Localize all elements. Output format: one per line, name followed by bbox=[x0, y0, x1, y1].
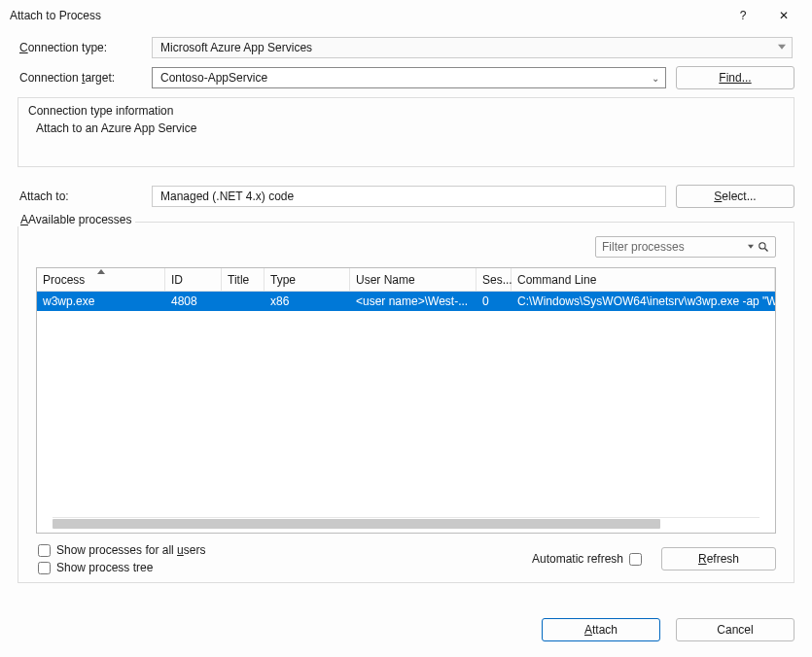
available-processes-frame: Filter processes Process ID Title Type U… bbox=[18, 222, 794, 583]
options-row: Show processes for all users Show proces… bbox=[36, 543, 776, 574]
cancel-button-label: Cancel bbox=[717, 623, 753, 637]
connection-target-row: Connection target: Contoso-AppService ⌄ … bbox=[18, 66, 794, 89]
available-processes-legend: AAvailable processes bbox=[18, 213, 135, 226]
connection-info-group: Connection type information Attach to an… bbox=[18, 97, 794, 167]
connection-target-combobox[interactable]: Contoso-AppService ⌄ bbox=[152, 67, 666, 88]
show-all-users-label: Show processes for all users bbox=[56, 543, 205, 557]
attach-to-row: Attach to: Managed (.NET 4.x) code Selec… bbox=[18, 185, 794, 208]
table-header: Process ID Title Type User Name Ses... C… bbox=[37, 268, 775, 292]
column-user-name[interactable]: User Name bbox=[350, 268, 477, 291]
select-button[interactable]: Select... bbox=[676, 185, 794, 208]
svg-point-0 bbox=[759, 243, 765, 249]
cell-process: w3wp.exe bbox=[37, 294, 165, 308]
dialog-body: Connection type: Microsoft Azure App Ser… bbox=[0, 31, 812, 605]
filter-processes-input[interactable]: Filter processes bbox=[595, 236, 776, 258]
cancel-button[interactable]: Cancel bbox=[676, 618, 794, 641]
cell-id: 4808 bbox=[165, 294, 222, 308]
show-all-users-checkbox[interactable]: Show processes for all users bbox=[38, 543, 532, 557]
connection-info-detail: Attach to an Azure App Service bbox=[28, 120, 784, 137]
show-process-tree-checkbox[interactable]: Show process tree bbox=[38, 561, 532, 574]
close-button[interactable]: ✕ bbox=[763, 2, 804, 29]
horizontal-scrollbar[interactable] bbox=[53, 517, 759, 531]
column-id[interactable]: ID bbox=[165, 268, 222, 291]
chevron-down-icon bbox=[748, 245, 754, 249]
connection-target-label: Connection target: bbox=[18, 71, 152, 85]
refresh-button[interactable]: Refresh bbox=[661, 547, 776, 571]
table-row[interactable]: w3wp.exe 4808 x86 <user name>\West-... 0… bbox=[37, 292, 775, 311]
chevron-down-icon: ⌄ bbox=[652, 73, 659, 84]
options-right: Automatic refresh Refresh bbox=[532, 547, 776, 571]
options-left: Show processes for all users Show proces… bbox=[38, 543, 532, 574]
connection-type-label: Connection type: bbox=[18, 41, 152, 54]
refresh-button-label: Refresh bbox=[698, 552, 739, 566]
connection-type-row: Connection type: Microsoft Azure App Ser… bbox=[18, 37, 794, 58]
connection-type-combobox[interactable]: Microsoft Azure App Services bbox=[152, 37, 793, 58]
filter-row: Filter processes bbox=[36, 236, 776, 258]
cell-user: <user name>\West-... bbox=[350, 294, 477, 308]
select-button-label: Select... bbox=[714, 190, 756, 203]
show-process-tree-label: Show process tree bbox=[56, 561, 153, 574]
title-bar: Attach to Process ? ✕ bbox=[0, 0, 812, 31]
cell-session: 0 bbox=[477, 294, 512, 308]
filter-placeholder: Filter processes bbox=[602, 240, 685, 254]
processes-table[interactable]: Process ID Title Type User Name Ses... C… bbox=[36, 267, 776, 534]
chevron-down-icon bbox=[778, 45, 786, 50]
attach-to-field: Managed (.NET 4.x) code bbox=[152, 186, 666, 207]
search-icon[interactable] bbox=[756, 239, 771, 255]
scrollbar-thumb[interactable] bbox=[53, 519, 660, 529]
column-command-line[interactable]: Command Line bbox=[512, 268, 775, 291]
attach-button[interactable]: Attach bbox=[542, 618, 660, 641]
show-process-tree-input[interactable] bbox=[38, 562, 51, 574]
column-process[interactable]: Process bbox=[37, 268, 165, 291]
connection-type-value: Microsoft Azure App Services bbox=[160, 41, 312, 54]
cell-type: x86 bbox=[265, 294, 350, 308]
help-button[interactable]: ? bbox=[723, 2, 763, 29]
cell-cmd: C:\Windows\SysWOW64\inetsrv\w3wp.exe -ap… bbox=[512, 294, 775, 308]
automatic-refresh-label: Automatic refresh bbox=[532, 552, 623, 566]
find-button-label: Find... bbox=[719, 71, 751, 85]
column-title[interactable]: Title bbox=[222, 268, 265, 291]
dialog-footer: Attach Cancel bbox=[0, 605, 812, 657]
svg-line-1 bbox=[765, 249, 768, 252]
column-type[interactable]: Type bbox=[265, 268, 350, 291]
table-body: w3wp.exe 4808 x86 <user name>\West-... 0… bbox=[37, 292, 775, 517]
show-all-users-input[interactable] bbox=[38, 544, 51, 557]
automatic-refresh-checkbox[interactable] bbox=[629, 553, 642, 566]
column-session[interactable]: Ses... bbox=[477, 268, 512, 291]
find-button[interactable]: Find... bbox=[676, 66, 794, 89]
attach-button-label: Attach bbox=[584, 623, 618, 637]
window-title: Attach to Process bbox=[10, 9, 723, 22]
attach-to-label: Attach to: bbox=[18, 190, 152, 203]
connection-target-value: Contoso-AppService bbox=[160, 71, 267, 85]
attach-to-value: Managed (.NET 4.x) code bbox=[160, 190, 294, 203]
available-processes-group: AAvailable processes Filter processes Pr… bbox=[18, 222, 794, 583]
connection-info-title: Connection type information bbox=[28, 102, 784, 120]
